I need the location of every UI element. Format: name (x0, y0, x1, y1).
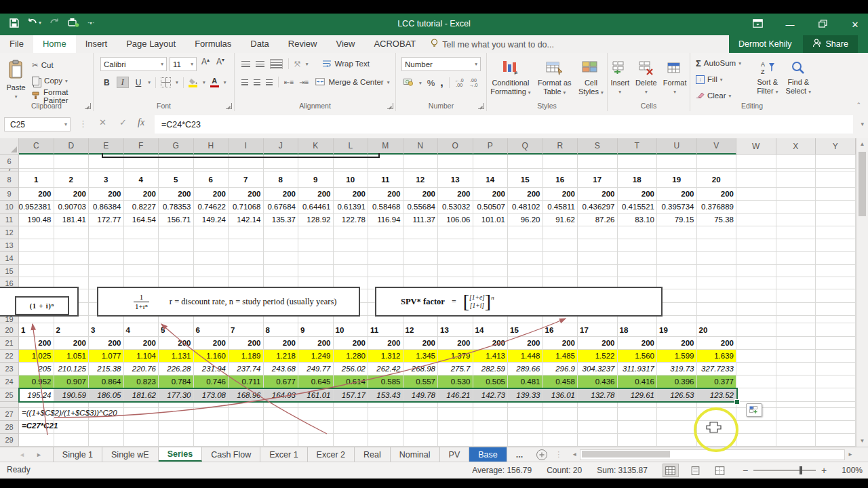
cell-O14[interactable] (438, 252, 473, 265)
cell-F11[interactable]: 164.54 (124, 214, 159, 226)
sheet-tab-excer-1[interactable]: Excer 1 (260, 447, 307, 462)
cell-F8[interactable]: 4 (124, 171, 159, 188)
cell-J9[interactable]: 200 (264, 188, 299, 201)
restore-button[interactable] (815, 20, 830, 30)
cell-C8[interactable]: 1 (19, 171, 54, 188)
row-header-15[interactable]: 15 (0, 265, 19, 277)
cell-J27[interactable] (264, 408, 299, 421)
row-header-23[interactable]: 23 (0, 363, 19, 375)
cell-I22[interactable]: 1.189 (229, 350, 264, 363)
new-sheet-button[interactable] (536, 447, 548, 462)
cell-P15[interactable] (473, 265, 509, 277)
cell-W8[interactable] (736, 171, 776, 188)
cell-W25[interactable] (736, 388, 776, 402)
cell-I12[interactable] (229, 226, 264, 239)
cell-X21[interactable] (776, 337, 816, 350)
cell-N8[interactable]: 12 (403, 171, 439, 188)
fill-handle[interactable] (734, 399, 740, 405)
cell-G25[interactable]: 177.30 (159, 388, 194, 402)
cell-Q9[interactable]: 200 (508, 188, 543, 201)
cell-W20[interactable] (736, 323, 776, 337)
cell-E25[interactable]: 186.05 (89, 388, 124, 402)
column-header-R[interactable]: R (543, 138, 578, 155)
cell-X28[interactable] (776, 421, 816, 434)
cell-I9[interactable]: 200 (229, 188, 264, 201)
cell-O28[interactable] (438, 421, 473, 434)
cell-O29[interactable] (438, 434, 473, 447)
cell-N13[interactable] (403, 239, 439, 252)
column-header-C[interactable]: C (19, 138, 54, 155)
font-size-combo[interactable]: 11▾ (170, 57, 197, 71)
cell-K10[interactable]: 0.64461 (298, 201, 334, 214)
cell-M14[interactable] (368, 252, 403, 265)
cell-Q13[interactable] (508, 239, 543, 252)
cell-R15[interactable] (543, 265, 578, 277)
cell-U18[interactable] (657, 303, 697, 316)
cell-Ux[interactable] (657, 402, 697, 408)
cell-S22[interactable]: 1.522 (578, 350, 618, 363)
cell-C20[interactable]: 1 (19, 323, 54, 337)
cell-O22[interactable]: 1.379 (438, 350, 473, 363)
cell-K12[interactable] (298, 226, 334, 239)
cell-T22[interactable]: 1.560 (618, 350, 658, 363)
tab-insert[interactable]: Insert (76, 35, 117, 53)
cell-L27[interactable] (334, 408, 369, 421)
cell-S28[interactable] (578, 421, 618, 434)
cell-P25[interactable]: 142.73 (473, 388, 509, 402)
cell-J15[interactable] (264, 265, 299, 277)
cell-P8[interactable]: 14 (473, 171, 509, 188)
row-header-14[interactable]: 14 (0, 252, 19, 265)
row-header-8[interactable]: 8 (0, 171, 19, 188)
cell-D24[interactable]: 0.907 (54, 375, 90, 388)
cell-J13[interactable] (264, 239, 299, 252)
cell-G8[interactable]: 5 (159, 171, 194, 188)
align-center-icon[interactable] (254, 79, 260, 85)
cell-C24[interactable]: 0.952 (19, 375, 54, 388)
cell-C14[interactable] (19, 252, 54, 265)
cell-S24[interactable]: 0.436 (578, 375, 618, 388)
column-header-P[interactable]: P (473, 138, 509, 155)
cell-X25[interactable] (776, 388, 816, 402)
cell-Y25[interactable] (816, 388, 856, 402)
cell-O15[interactable] (438, 265, 473, 277)
cell-F20[interactable]: 4 (124, 323, 159, 337)
cell-Y28[interactable] (816, 421, 856, 434)
cell-Q11[interactable]: 96.20 (508, 214, 543, 226)
row-header-21[interactable]: 21 (0, 337, 19, 350)
cell-X16[interactable] (776, 277, 816, 289)
cell-Jx[interactable] (264, 402, 299, 408)
cell-F14[interactable] (124, 252, 159, 265)
cell-C29[interactable] (19, 434, 54, 447)
cell-C10[interactable]: 0.952381 (19, 201, 54, 214)
cell-O20[interactable]: 13 (438, 323, 473, 337)
bold-button[interactable]: B (102, 78, 112, 87)
cell-C13[interactable] (19, 239, 54, 252)
cell-D10[interactable]: 0.90703 (54, 201, 90, 214)
cell-E12[interactable] (89, 226, 124, 239)
row-header-12[interactable]: 12 (0, 226, 19, 239)
cell-W9[interactable] (736, 188, 776, 201)
row-header-27[interactable]: 27 (0, 408, 19, 421)
cell-R22[interactable]: 1.485 (543, 350, 578, 363)
cell-V12[interactable] (697, 226, 737, 239)
cell-K9[interactable]: 200 (298, 188, 334, 201)
cell-N9[interactable]: 200 (403, 188, 439, 201)
percent-style-icon[interactable]: % (427, 78, 435, 88)
cell-L23[interactable]: 256.02 (334, 363, 369, 375)
tab-page-layout[interactable]: Page Layout (117, 35, 185, 53)
cell-R28[interactable] (543, 421, 578, 434)
cell-P21[interactable]: 200 (473, 337, 509, 350)
cell-S20[interactable]: 17 (578, 323, 618, 337)
cell-Kx[interactable] (298, 402, 334, 408)
cell-N22[interactable]: 1.345 (403, 350, 439, 363)
cell-R6[interactable] (543, 155, 578, 169)
cell-Gx[interactable] (159, 402, 194, 408)
cell-D20[interactable]: 2 (54, 323, 90, 337)
cell-O10[interactable]: 0.53032 (438, 201, 473, 214)
cell-Y10[interactable] (816, 201, 856, 214)
cell-M8[interactable]: 11 (368, 171, 403, 188)
cell-W21[interactable] (736, 337, 776, 350)
cell-Q14[interactable] (508, 252, 543, 265)
cell-U25[interactable]: 126.53 (657, 388, 697, 402)
cell-P20[interactable]: 14 (473, 323, 509, 337)
